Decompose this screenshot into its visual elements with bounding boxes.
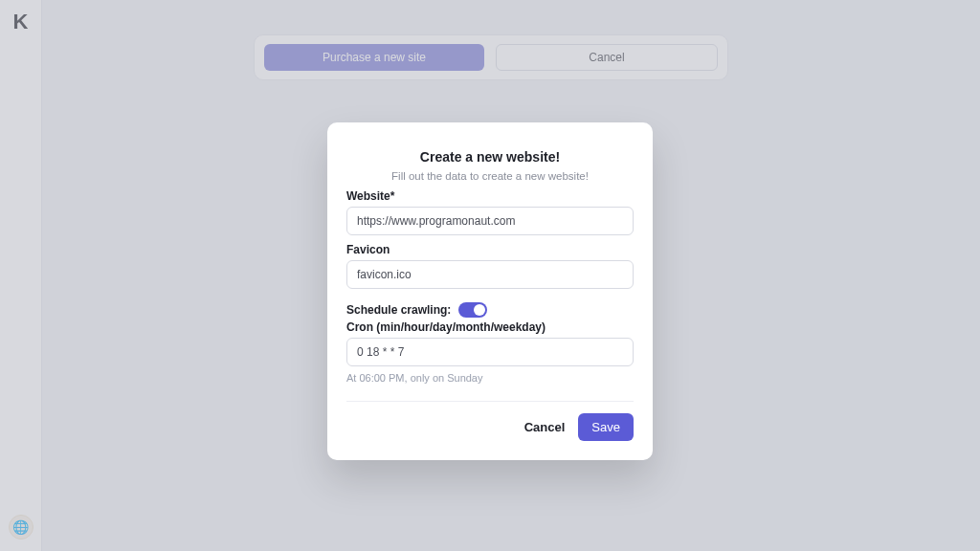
modal-divider — [346, 401, 634, 402]
schedule-crawling-toggle[interactable] — [458, 302, 487, 318]
modal-title: Create a new website! — [346, 149, 634, 165]
website-label: Website* — [346, 189, 634, 203]
schedule-crawling-label: Schedule crawling: — [346, 303, 451, 317]
website-input[interactable] — [346, 207, 634, 235]
cron-hint: At 06:00 PM, only on Sunday — [346, 372, 634, 384]
modal-save-button[interactable]: Save — [578, 413, 634, 441]
cron-label: Cron (min/hour/day/month/weekday) — [346, 320, 634, 334]
favicon-label: Favicon — [346, 243, 634, 256]
cron-input[interactable] — [346, 338, 634, 366]
favicon-input[interactable] — [346, 260, 634, 289]
toggle-knob — [474, 304, 485, 316]
modal-subtitle: Fill out the data to create a new websit… — [346, 170, 634, 182]
create-website-modal: Create a new website! Fill out the data … — [327, 122, 653, 460]
modal-cancel-button[interactable]: Cancel — [524, 420, 566, 434]
modal-actions: Cancel Save — [346, 413, 634, 441]
